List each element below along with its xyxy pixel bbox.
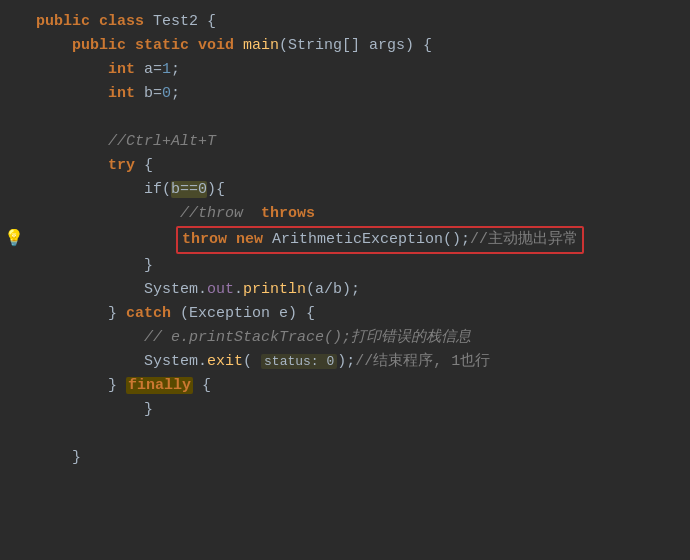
text: ( <box>243 353 261 370</box>
keyword: static <box>135 37 198 54</box>
code-line-2: public static void main(String[] args) { <box>0 34 690 58</box>
comment: //Ctrl+Alt+T <box>108 133 216 150</box>
keyword-finally: finally <box>126 377 193 394</box>
line-content-7: try { <box>28 154 690 178</box>
method-name: main <box>243 37 279 54</box>
bulb-icon[interactable]: 💡 <box>4 227 24 253</box>
type-name: String <box>288 37 342 54</box>
method-exit: exit <box>207 353 243 370</box>
comment-end: //结束程序, 1也行 <box>355 353 490 370</box>
number: 1 <box>162 61 171 78</box>
line-content-1: public class Test2 { <box>28 10 690 34</box>
keyword: int <box>108 61 144 78</box>
code-line-15: System.exit( status: 0);//结束程序, 1也行 <box>0 350 690 374</box>
dot: . <box>198 281 207 298</box>
code-line-7: try { <box>0 154 690 178</box>
text: e) { <box>279 305 315 322</box>
code-line-9: //throw throws <box>0 202 690 226</box>
line-content-9: //throw throws <box>28 202 690 226</box>
param-hint: status: 0 <box>261 354 337 369</box>
code-line-4: int b=0; <box>0 82 690 106</box>
keyword-try: try <box>108 157 144 174</box>
keyword: public <box>36 13 99 30</box>
text: if( <box>144 181 171 198</box>
line-content-11: } <box>28 254 690 278</box>
text: Test2 { <box>153 13 216 30</box>
line-content-4: int b=0; <box>28 82 690 106</box>
text: ; <box>171 61 180 78</box>
code-line-11: } <box>0 254 690 278</box>
line-content-8: if(b==0){ <box>28 178 690 202</box>
line-content-12: System.out.println(a/b); <box>28 278 690 302</box>
text: ; <box>171 85 180 102</box>
line-content-18 <box>28 422 690 446</box>
dot: . <box>198 353 207 370</box>
text: } <box>144 401 153 418</box>
line-content-15: System.exit( status: 0);//结束程序, 1也行 <box>28 350 690 374</box>
text: [] args) { <box>342 37 432 54</box>
field-out: out <box>207 281 234 298</box>
method-println: println <box>243 281 306 298</box>
code-editor: public class Test2 { public static void … <box>0 0 690 560</box>
code-line-6: //Ctrl+Alt+T <box>0 130 690 154</box>
code-line-3: int a=1; <box>0 58 690 82</box>
line-content-6: //Ctrl+Alt+T <box>28 130 690 154</box>
comment-cn: //主动抛出异常 <box>470 231 578 248</box>
gutter-10: 💡 <box>0 227 28 253</box>
number: 0 <box>162 85 171 102</box>
code-line-19: } <box>0 446 690 470</box>
class-system: System <box>144 281 198 298</box>
code-line-10: 💡 throw new ArithmeticException();//主动抛出… <box>0 226 690 254</box>
exception-class: ArithmeticException(); <box>272 231 470 248</box>
text: ); <box>337 353 355 370</box>
code-line-12: System.out.println(a/b); <box>0 278 690 302</box>
text: { <box>193 377 211 394</box>
text: a= <box>144 61 162 78</box>
text: ){ <box>207 181 225 198</box>
text: b= <box>144 85 162 102</box>
line-content-17: } <box>28 398 690 422</box>
code-line-8: if(b==0){ <box>0 178 690 202</box>
code-line-18 <box>0 422 690 446</box>
dot: . <box>234 281 243 298</box>
code-line-13: } catch (Exception e) { <box>0 302 690 326</box>
keyword-new: new <box>236 231 272 248</box>
code-line-1: public class Test2 { <box>0 10 690 34</box>
line-content-2: public static void main(String[] args) { <box>28 34 690 58</box>
keyword: public <box>72 37 135 54</box>
class-system2: System <box>144 353 198 370</box>
text: } <box>72 449 81 466</box>
code-line-17: } <box>0 398 690 422</box>
keyword-catch: catch <box>126 305 180 322</box>
line-content-19: } <box>28 446 690 470</box>
keyword: class <box>99 13 153 30</box>
exception-type: Exception <box>189 305 279 322</box>
code-line-5 <box>0 106 690 130</box>
code-line-14: // e.printStackTrace();打印错误的栈信息 <box>0 326 690 350</box>
comment: //throw <box>180 205 261 222</box>
line-content-13: } catch (Exception e) { <box>28 302 690 326</box>
line-content-3: int a=1; <box>28 58 690 82</box>
code-line-16: } finally { <box>0 374 690 398</box>
comment-printStackTrace: // e.printStackTrace();打印错误的栈信息 <box>144 329 471 346</box>
line-content-10: throw new ArithmeticException();//主动抛出异常 <box>28 226 690 254</box>
text: } <box>108 377 126 394</box>
text: (a/b); <box>306 281 360 298</box>
keyword: void <box>198 37 243 54</box>
text: ( <box>180 305 189 322</box>
line-content-14: // e.printStackTrace();打印错误的栈信息 <box>28 326 690 350</box>
condition-highlight: b==0 <box>171 181 207 198</box>
throw-exception-box: throw new ArithmeticException();//主动抛出异常 <box>176 226 584 254</box>
text: } <box>144 257 153 274</box>
text: } <box>108 305 126 322</box>
text: { <box>144 157 153 174</box>
text: ( <box>279 37 288 54</box>
keyword-throw: throw <box>182 231 236 248</box>
keyword-throws: throws <box>261 205 315 222</box>
keyword: int <box>108 85 144 102</box>
line-content-5 <box>28 106 690 130</box>
line-content-16: } finally { <box>28 374 690 398</box>
